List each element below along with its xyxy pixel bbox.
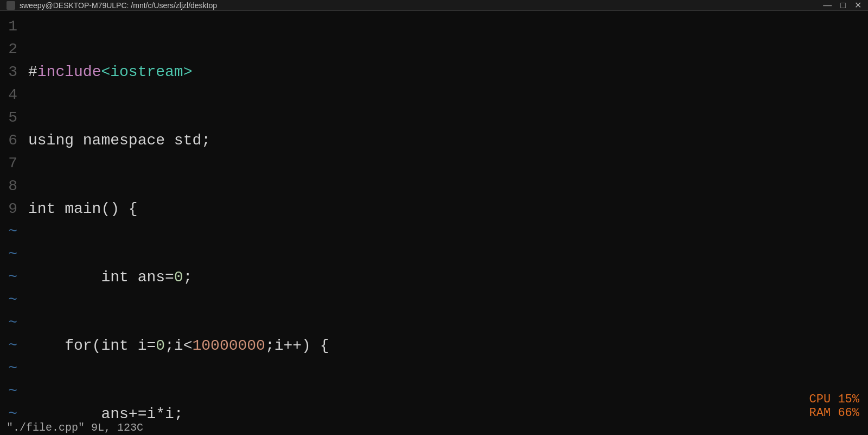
- line-number-6: 6: [0, 129, 17, 152]
- header-token: <iostream>: [101, 61, 192, 84]
- line-number-4: 4: [0, 84, 17, 106]
- status-bar: "./file.cpp" 9L, 123C: [0, 420, 868, 435]
- zero-token-2: 0: [156, 335, 165, 357]
- code-line-4: int ans=0;: [28, 266, 868, 289]
- title-bar: sweepy@DESKTOP-M79ULPC: /mnt/c/Users/zlj…: [0, 0, 868, 11]
- line-number-1: 1: [0, 15, 17, 38]
- cpu-percent: 15%: [838, 393, 859, 406]
- int-main-token: int main() {: [28, 198, 138, 220]
- line-number-9: 9: [0, 198, 17, 220]
- status-text: "./file.cpp" 9L, 123C: [7, 421, 143, 434]
- using-token: using namespace std;: [28, 129, 210, 152]
- line-number-8: 8: [0, 175, 17, 198]
- title-bar-title: sweepy@DESKTOP-M79ULPC: /mnt/c/Users/zlj…: [20, 1, 217, 10]
- maximize-button[interactable]: □: [840, 1, 846, 10]
- line-number-7: 7: [0, 152, 17, 175]
- ram-percent: 66%: [838, 406, 859, 420]
- line-number-tilde-5: ~: [0, 312, 17, 335]
- code-line-3: int main() {: [28, 198, 868, 220]
- line-numbers: 1 2 3 4 5 6 7 8 9 ~ ~ ~ ~ ~ ~ ~ ~ ~: [0, 11, 26, 435]
- title-bar-controls[interactable]: — □ ✕: [823, 0, 861, 10]
- zero-token-1: 0: [174, 266, 183, 289]
- cpu-stat: CPU 15%: [809, 393, 859, 406]
- for-token: for(int i=: [28, 335, 156, 357]
- title-bar-left: sweepy@DESKTOP-M79ULPC: /mnt/c/Users/zlj…: [7, 1, 217, 10]
- cpu-label: CPU: [809, 393, 831, 406]
- code-line-5: for(int i=0;i<10000000;i++) {: [28, 335, 868, 357]
- line-number-tilde-2: ~: [0, 243, 17, 266]
- hash-token: #: [28, 61, 37, 84]
- line-number-tilde-6: ~: [0, 335, 17, 357]
- line-number-tilde-7: ~: [0, 357, 17, 380]
- cpu-ram-overlay: CPU 15% RAM 66%: [809, 393, 859, 420]
- line-number-tilde-3: ~: [0, 266, 17, 289]
- line-number-tilde-8: ~: [0, 380, 17, 403]
- large-num-token: 10000000: [192, 335, 265, 357]
- semi-token-1: ;: [183, 266, 193, 289]
- line-number-5: 5: [0, 106, 17, 129]
- line-number-3: 3: [0, 61, 17, 84]
- code-region: 1 2 3 4 5 6 7 8 9 ~ ~ ~ ~ ~ ~ ~ ~ ~ #inc…: [0, 11, 868, 435]
- terminal-window: sweepy@DESKTOP-M79ULPC: /mnt/c/Users/zlj…: [0, 0, 868, 435]
- include-token: include: [37, 61, 101, 84]
- ram-stat: RAM 66%: [809, 406, 859, 420]
- minimize-button[interactable]: —: [823, 1, 832, 10]
- code-content[interactable]: #include<iostream> using namespace std; …: [26, 11, 868, 435]
- code-line-2: using namespace std;: [28, 129, 868, 152]
- ram-label: RAM: [809, 406, 831, 420]
- semi-token-2: ;i<: [165, 335, 192, 357]
- close-button[interactable]: ✕: [854, 0, 861, 10]
- line-number-tilde-4: ~: [0, 289, 17, 312]
- line-number-tilde-1: ~: [0, 220, 17, 243]
- int-ans-token: int ans=: [28, 266, 174, 289]
- code-line-1: #include<iostream>: [28, 61, 868, 84]
- line-number-2: 2: [0, 38, 17, 61]
- for-end-token: ;i++) {: [265, 335, 329, 357]
- terminal-icon: [7, 1, 15, 10]
